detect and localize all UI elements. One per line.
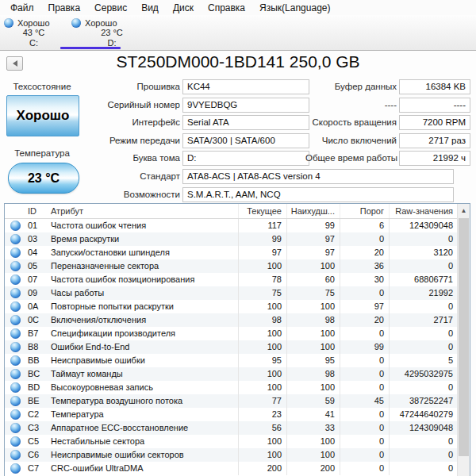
- status-cell: [5, 286, 26, 300]
- cell-raw: 2717: [389, 313, 458, 327]
- cell-id: C3: [26, 421, 49, 435]
- table-header-row: ID Атрибут Текущее Наихудш... Порог Raw-…: [5, 204, 470, 219]
- table-row[interactable]: C3Аппаратное ECC-восстановление563301243…: [5, 421, 470, 435]
- cell-cur: 100: [238, 448, 286, 462]
- status-cell: [5, 448, 26, 462]
- table-row[interactable]: B7Спецификации производителя10010000: [5, 327, 470, 340]
- info-mid-1-label: Серийный номер: [48, 98, 180, 113]
- table-row[interactable]: 03Время раскрутки999700: [5, 232, 470, 246]
- cell-thresh: 99: [340, 340, 389, 354]
- scrollbar-thumb[interactable]: [459, 218, 469, 456]
- menu-item-1[interactable]: Файл: [3, 1, 41, 15]
- cell-cur: 100: [238, 367, 286, 381]
- vertical-scrollbar[interactable]: ▲: [457, 204, 470, 476]
- menu-item-6[interactable]: Справка: [201, 1, 252, 15]
- cell-worst: 100: [286, 435, 340, 448]
- status-good-icon: [10, 382, 21, 393]
- info-mid-0-label: Прошивка: [48, 79, 180, 94]
- cell-id: C5: [26, 435, 49, 448]
- cell-id: 05: [26, 259, 49, 273]
- table-row[interactable]: C2Температура2341047244640279: [5, 408, 470, 421]
- table-row[interactable]: C6Неисправимые ошибки секторов10010000: [5, 448, 470, 462]
- cell-worst: 60: [286, 273, 340, 286]
- cell-cur: 95: [238, 354, 286, 367]
- crystaldiskinfo-window: ФайлПравкаСервисВидДискСправкаЯзык(Langu…: [0, 0, 476, 476]
- table-row[interactable]: 01Частота ошибок чтения117996124309048: [5, 219, 470, 232]
- cell-worst: 98: [286, 313, 340, 327]
- cell-attr: Аппаратное ECC-восстановление: [49, 421, 238, 435]
- cell-worst: 97: [286, 246, 340, 259]
- status-good-icon: [10, 423, 21, 433]
- status-good-icon: [10, 234, 21, 244]
- cell-id: C7: [26, 462, 49, 475]
- table-row[interactable]: 07Частота ошибок позиционирования7860306…: [5, 273, 470, 286]
- status-good-icon: [10, 369, 21, 379]
- status-cell: [5, 381, 26, 394]
- cell-cur: 99: [238, 232, 286, 246]
- menu-item-5[interactable]: Диск: [166, 1, 201, 15]
- status-good-icon: [10, 261, 21, 271]
- cell-thresh: 45: [340, 394, 389, 408]
- cell-cur: 98: [238, 313, 286, 327]
- cell-thresh: 0: [340, 286, 389, 300]
- cell-id: BD: [26, 381, 49, 394]
- cell-thresh: 0: [340, 462, 389, 475]
- cell-raw: 124309048: [389, 219, 458, 232]
- table-body: 01Частота ошибок чтения11799612430904803…: [5, 219, 470, 475]
- cell-cur: 100: [238, 259, 286, 273]
- cell-worst: 100: [286, 300, 340, 313]
- status-good-icon: [10, 301, 21, 312]
- scroll-up-icon[interactable]: ▲: [458, 204, 470, 217]
- info-right-0-value: 16384 KB: [399, 79, 470, 94]
- cell-worst: 95: [286, 354, 340, 367]
- status-good-icon: [10, 355, 21, 366]
- menu-item-7[interactable]: Язык(Language): [252, 1, 337, 15]
- info-wide-1-label: Возможности: [48, 187, 180, 202]
- cell-thresh: 0: [340, 354, 389, 367]
- status-cell: [5, 246, 26, 259]
- status-good-icon: [71, 18, 81, 28]
- table-row[interactable]: 05Переназначенные сектора100100360: [5, 259, 470, 273]
- cell-id: B8: [26, 340, 49, 354]
- table-row[interactable]: 09Часы работы7575021992: [5, 286, 470, 300]
- drive-tab-D[interactable]: Хорошо23 °CD:: [67, 17, 156, 48]
- status-cell: [5, 259, 26, 273]
- info-mid-3-value: SATA/300 | SATA/600: [182, 133, 309, 148]
- cell-worst: 100: [286, 381, 340, 394]
- table-row[interactable]: B8Ошибки End-to-End100100990: [5, 340, 470, 354]
- menu-item-3[interactable]: Сервис: [87, 1, 134, 15]
- cell-id: BB: [26, 354, 49, 367]
- col-header-cur: Текущее: [238, 204, 286, 218]
- cell-raw: 47244640279: [389, 408, 458, 421]
- tab-status-row: Хорошо: [67, 17, 156, 28]
- table-row[interactable]: BEТемпература воздушного потока775945387…: [5, 394, 470, 408]
- table-row[interactable]: BBНеисправимые ошибки959505: [5, 354, 470, 367]
- status-good-icon: [10, 328, 21, 339]
- table-row[interactable]: 0CВключения/отключения9898202717: [5, 313, 470, 327]
- table-row[interactable]: BCТаймаут команды1009804295032975: [5, 367, 470, 381]
- table-row[interactable]: 04Запуски/остановки шпинделя9797203120: [5, 246, 470, 259]
- drive-tab-C[interactable]: Хорошо43 °CC:: [0, 17, 67, 48]
- table-row[interactable]: C5Нестабильные сектора10010000: [5, 435, 470, 448]
- cell-attr: Частота ошибок чтения: [49, 219, 238, 232]
- cell-cur: 100: [238, 381, 286, 394]
- back-button[interactable]: [6, 56, 23, 71]
- cell-cur: 75: [238, 286, 286, 300]
- cell-raw: 0: [389, 381, 458, 394]
- cell-attr: Ошибки End-to-End: [49, 340, 238, 354]
- cell-attr: Неисправимые ошибки: [49, 354, 238, 367]
- info-right-1-value: ----: [399, 98, 470, 113]
- selected-tab-underline: [60, 47, 121, 49]
- menu-item-4[interactable]: Вид: [134, 1, 166, 15]
- table-row[interactable]: C7CRC-ошибки UltraDMA20020000: [5, 462, 470, 475]
- cell-attr: Неисправимые ошибки секторов: [49, 448, 238, 462]
- table-row[interactable]: BDВысокоуровневая запись10010000: [5, 381, 470, 394]
- cell-cur: 100: [238, 300, 286, 313]
- cell-cur: 97: [238, 246, 286, 259]
- table-row[interactable]: 0AПовторные попытки раскрутки100100970: [5, 300, 470, 313]
- cell-id: C2: [26, 408, 49, 421]
- info-right-3-label: Число включений: [305, 133, 397, 148]
- col-header-thresh: Порог: [340, 204, 389, 218]
- status-good-icon: [10, 274, 21, 285]
- menu-item-2[interactable]: Правка: [41, 1, 88, 15]
